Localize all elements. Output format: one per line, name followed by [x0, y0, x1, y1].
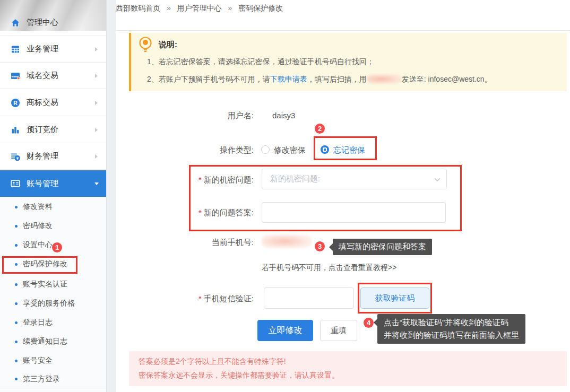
select-placeholder: 新的机密问题:: [270, 174, 320, 184]
chevron-right-icon: [95, 128, 98, 132]
sidebar-content-divider: [106, 0, 116, 392]
step-badge-2: 2: [315, 124, 325, 134]
tooltip-step-3: 填写新的密保问题和答案: [333, 239, 432, 255]
submenu-item-password-change[interactable]: 密码修改: [0, 216, 106, 236]
submenu-item-login-log[interactable]: 登录日志: [0, 313, 106, 332]
redacted-email-blur: [367, 74, 402, 84]
bullet-icon: [15, 206, 18, 208]
home-icon: [11, 18, 20, 28]
chevron-right-icon: [95, 101, 98, 105]
new-question-label: *新的机密问题:: [198, 175, 254, 185]
notice-title: 说明:: [159, 40, 177, 50]
step-badge-4: 4: [364, 318, 374, 328]
breadcrumb-current: 密码保护修改: [238, 4, 283, 12]
submenu-item-thirdparty-login[interactable]: 第三方登录: [0, 370, 106, 388]
phone-reset-tutorial-link[interactable]: 若手机号码不可用，点击查看重置教程>>: [262, 263, 396, 273]
submenu-item-label: 第三方登录: [23, 374, 60, 384]
new-answer-label: *新的问题答案:: [198, 208, 254, 218]
domain-browser-icon: www: [11, 71, 20, 81]
operation-type-label: 操作类型:: [220, 145, 254, 155]
radio-forgot-secret[interactable]: [321, 145, 329, 154]
get-code-button[interactable]: 获取验证码: [360, 288, 429, 309]
submenu-item-realname-verify[interactable]: 账号实名认证: [0, 275, 106, 294]
submenu-item-label: 账号安全: [23, 356, 53, 365]
auction-bars-icon: [11, 125, 20, 135]
breadcrumb-user-center[interactable]: 用户管理中心: [177, 4, 222, 12]
notice-line2-text: 2、若账户下预留手机号码不可用，请: [147, 75, 270, 83]
tooltip-step-4: 点击“获取验证码”并将收到的验证码 并将收到的验证码填写在前面输入框里: [377, 314, 525, 344]
radio-modify-secret[interactable]: [261, 145, 270, 154]
submenu-item-label: 设置中心: [23, 240, 53, 250]
trademark-r-icon: R: [11, 98, 20, 108]
required-mark: *: [198, 294, 202, 303]
sidebar-item-label: 业务管理: [27, 44, 58, 54]
submenu-item-service-prices[interactable]: 享受的服务价格: [0, 294, 106, 313]
notice-line2-text: 发送至: infosec@west.cn。: [402, 75, 492, 83]
bullet-icon: [15, 360, 18, 362]
bullet-icon: [15, 263, 18, 266]
password-protection-page: 管理中心 业务管理 www 域名交易 R 商标交易 预订竞价 ¥ 财务管理: [0, 0, 570, 392]
new-answer-input[interactable]: [262, 202, 446, 223]
breadcrumb-home[interactable]: 西部数码首页: [116, 4, 160, 12]
notice-line2-text: ，填写后扫描，用: [307, 75, 367, 83]
tooltip-step-4-line1: 点击“获取验证码”并将收到的验证码: [384, 316, 519, 329]
chevron-right-icon: [95, 154, 98, 159]
sidebar-item-domain-trade[interactable]: www 域名交易: [0, 63, 106, 89]
redacted-phone-blur: [262, 234, 312, 248]
notice-line1: 1、若忘记密保答案，请选择忘记密保，通过验证手机号码自行找回；: [147, 57, 374, 67]
sidebar-item-label: 财务管理: [27, 151, 58, 161]
tooltip-step-4-line2: 并将收到的验证码填写在前面输入框里: [384, 329, 519, 342]
bullet-icon: [15, 225, 18, 228]
username-label: 用户名:: [228, 111, 254, 121]
sms-code-label: *手机短信验证:: [198, 294, 254, 304]
sms-code-label-text: 手机短信验证:: [204, 294, 254, 303]
sidebar-item-label: 预订竞价: [27, 125, 58, 135]
submenu-item-label: 密码修改: [23, 221, 53, 231]
bullet-icon: [15, 378, 18, 380]
step-badge-1: 1: [52, 242, 62, 252]
reset-button[interactable]: 重填: [320, 320, 357, 341]
sidebar-item-finance[interactable]: ¥ 财务管理: [0, 143, 106, 170]
radio-forgot-secret-label[interactable]: 忘记密保: [333, 145, 365, 155]
sidebar-item-label: 域名交易: [27, 71, 58, 81]
sidebar-item-business[interactable]: 业务管理: [0, 36, 106, 63]
submenu-item-password-protection[interactable]: 密码保护修改: [0, 255, 106, 274]
submenu-item-account-security[interactable]: 账号安全: [0, 351, 106, 370]
submenu-item-label: 享受的服务价格: [23, 299, 75, 308]
finance-coin-icon: ¥: [11, 152, 20, 161]
sidebar-item-label: 账号管理: [27, 179, 58, 189]
warning-line1: 答案必须是2个字符以上且不能含有特殊字符!: [139, 357, 286, 367]
account-card-icon: [11, 179, 20, 188]
bullet-icon: [15, 283, 18, 286]
required-mark: *: [198, 175, 202, 184]
warning-box: 答案必须是2个字符以上且不能含有特殊字符! 密保答案永远不会显示，关键操作都需要…: [129, 351, 567, 386]
chevron-right-icon: [95, 47, 98, 51]
notice-line2: 2、若账户下预留手机号码不可用，请下载申请表，填写后扫描，用发送至: infos…: [147, 74, 492, 84]
bullet-icon: [15, 302, 18, 305]
svg-text:R: R: [13, 99, 18, 106]
sidebar-item-management-center[interactable]: 管理中心: [0, 10, 106, 36]
chevron-right-icon: [95, 74, 98, 78]
download-form-link[interactable]: 下载申请表: [270, 75, 307, 83]
sidebar-item-trademark-trade[interactable]: R 商标交易: [0, 90, 106, 116]
sidebar-item-auction[interactable]: 预订竞价: [0, 117, 106, 143]
chevron-down-icon: [94, 182, 99, 185]
step-badge-3: 3: [315, 241, 325, 251]
submenu-item-modify-profile[interactable]: 修改资料: [0, 197, 106, 216]
submenu-item-label: 登录日志: [23, 318, 53, 327]
submenu-item-renewal-log[interactable]: 续费通知日志: [0, 332, 106, 351]
submenu-item-label: 续费通知日志: [23, 337, 67, 346]
sms-code-input[interactable]: [264, 288, 354, 309]
required-mark: *: [198, 208, 202, 217]
chevron-down-icon: [434, 176, 441, 184]
submenu-item-label: 修改资料: [23, 202, 53, 212]
submit-button[interactable]: 立即修改: [257, 320, 313, 341]
radio-modify-secret-label[interactable]: 修改密保: [274, 145, 306, 155]
new-question-select[interactable]: 新的机密问题:: [262, 169, 447, 189]
submenu-item-label: 密码保护修改: [23, 259, 67, 269]
business-grid-icon: [11, 45, 20, 54]
bullet-icon: [15, 321, 18, 324]
bullet-icon: [15, 244, 18, 247]
sidebar-item-account-management[interactable]: 账号管理: [0, 170, 106, 197]
breadcrumb: 西部数码首页 » 用户管理中心 » 密码保护修改: [116, 4, 283, 13]
